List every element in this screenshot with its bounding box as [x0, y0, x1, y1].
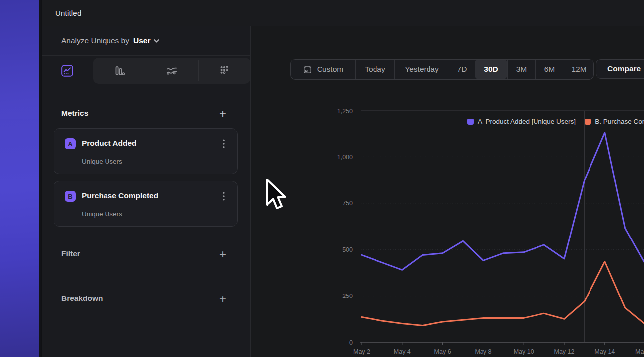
metric-subtitle: Unique Users	[82, 210, 122, 218]
range-7d[interactable]: 7D	[449, 60, 475, 79]
dots-grid-icon	[218, 64, 231, 77]
report-title: Untitled	[55, 9, 81, 17]
legend-swatch-a	[467, 119, 474, 125]
background-gradient-strip	[0, 0, 41, 357]
x-axis-label: May 12	[554, 348, 575, 355]
filter-heading: Filter	[61, 249, 80, 258]
metric-subtitle: Unique Users	[82, 158, 122, 165]
chevron-down-icon	[154, 39, 159, 43]
metric-badge-b: B	[65, 191, 76, 202]
metric-options-button[interactable]	[218, 138, 229, 150]
range-6m[interactable]: 6M	[535, 60, 564, 79]
date-range-control: Custom Today Yesterday 7D 30D 3M 6M 12M	[290, 59, 594, 80]
legend-label-a: A. Product Added [Unique Users]	[478, 118, 576, 125]
calendar-icon	[303, 65, 312, 74]
add-breakdown-button[interactable]: +	[216, 293, 229, 305]
flows-icon	[165, 64, 178, 77]
x-axis-label: May 4	[394, 348, 411, 355]
range-30d[interactable]: 30D	[475, 60, 507, 79]
analyze-entity-selector[interactable]: User	[133, 36, 159, 45]
range-yesterday[interactable]: Yesterday	[394, 60, 449, 79]
app-window: Untitled Analyze Uniques by User	[42, 0, 644, 357]
breakdown-heading: Breakdown	[61, 294, 103, 303]
line-chart-icon	[61, 64, 74, 77]
y-axis-label: 1,000	[337, 154, 353, 161]
range-3m[interactable]: 3M	[507, 60, 535, 79]
metric-badge-a: A	[65, 138, 76, 149]
legend-label-b: B. Purchase Completed [Unique Users]	[595, 118, 644, 125]
y-axis-label: 750	[342, 200, 353, 207]
kebab-icon	[223, 139, 225, 148]
x-axis-label: May 6	[434, 348, 451, 355]
tab-insights[interactable]	[42, 58, 93, 84]
x-axis-label: May 8	[475, 348, 491, 355]
y-axis-label: 500	[342, 246, 353, 253]
tab-funnels[interactable]	[93, 58, 146, 84]
analyze-row: Analyze Uniques by User	[42, 26, 250, 56]
compare-button[interactable]: Compare	[596, 59, 644, 79]
metric-card-a[interactable]: A Product Added Unique Users	[54, 128, 238, 174]
range-today[interactable]: Today	[355, 60, 394, 79]
legend-swatch-b	[585, 119, 591, 125]
metrics-heading: Metrics	[61, 109, 88, 118]
kebab-icon	[223, 192, 225, 201]
x-axis-label: May 10	[514, 348, 534, 355]
y-axis-label: 250	[342, 293, 353, 299]
x-axis-label: May 16	[635, 348, 644, 355]
add-metric-button[interactable]: +	[216, 107, 229, 120]
titlebar: Untitled	[42, 0, 644, 26]
range-label: Custom	[317, 65, 343, 74]
report-type-tabs	[42, 58, 250, 84]
chart-legend: A. Product Added [Unique Users] B. Purch…	[467, 118, 644, 125]
sidebar: Analyze Uniques by User	[42, 26, 251, 357]
range-custom[interactable]: Custom	[291, 60, 355, 79]
metric-card-b[interactable]: B Purchase Completed Unique Users	[54, 181, 238, 227]
add-filter-button[interactable]: +	[216, 248, 229, 261]
metric-options-button[interactable]	[218, 190, 229, 202]
metric-title: Purchase Completed	[82, 191, 158, 200]
range-12m[interactable]: 12M	[564, 60, 593, 79]
metric-title: Product Added	[82, 139, 137, 148]
screen: { "window": { "title": "Untitled" }, "si…	[0, 0, 644, 357]
x-axis-label: May 2	[353, 348, 370, 355]
tab-flows[interactable]	[146, 58, 198, 84]
y-axis-label: 1,250	[337, 108, 353, 115]
y-axis-label: 0	[349, 339, 353, 346]
analyze-entity-value: User	[133, 36, 150, 45]
series-line-b	[362, 262, 644, 326]
x-axis-label: May 14	[594, 348, 615, 355]
legend-item-b[interactable]: B. Purchase Completed [Unique Users]	[585, 118, 644, 125]
analyze-prefix-label: Analyze Uniques by	[61, 36, 129, 45]
legend-item-a[interactable]: A. Product Added [Unique Users]	[467, 118, 576, 125]
tab-retention[interactable]	[198, 58, 250, 84]
funnel-bars-icon	[113, 64, 126, 77]
chart-panel: 02505007501,0001,250May 2May 4May 6May 8…	[251, 26, 644, 357]
